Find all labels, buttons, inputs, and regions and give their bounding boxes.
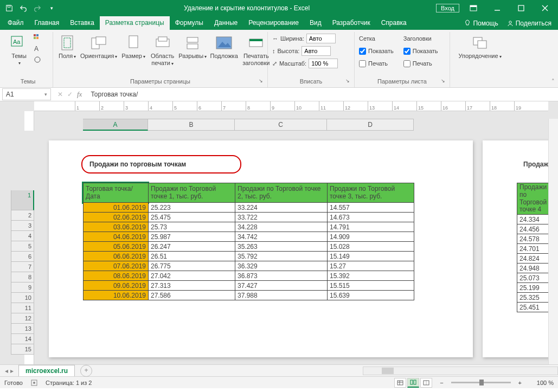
col-header-B[interactable]: B — [148, 119, 235, 131]
page-layout-view-button[interactable] — [407, 378, 419, 388]
undo-icon[interactable] — [17, 2, 29, 14]
table-row[interactable]: 10.06.201927.58637.98815.639 — [84, 291, 414, 300]
row-header-7[interactable]: 7 — [11, 262, 34, 272]
data-table[interactable]: Торговая точка/ ДатаПродажи по Торговой … — [83, 183, 414, 300]
share-button[interactable]: Поделиться — [503, 17, 556, 30]
row-header-13[interactable]: 13 — [11, 324, 34, 334]
tab-page-layout[interactable]: Разметка страницы — [100, 16, 170, 30]
height-input[interactable] — [302, 46, 331, 56]
table-header[interactable]: Продажи по Торговой точке 2, тыс. руб. — [235, 183, 328, 203]
orientation-button[interactable]: Ориентация▾ — [80, 33, 117, 61]
breaks-button[interactable]: Разрывы▾ — [178, 33, 207, 61]
minimize-icon[interactable] — [488, 0, 507, 16]
enter-icon[interactable]: ✓ — [67, 91, 73, 98]
row-header-10[interactable]: 10 — [11, 293, 34, 303]
tab-help[interactable]: Справка — [376, 16, 412, 30]
print-titles-button[interactable]: Печатать заголовки — [241, 33, 271, 67]
svg-text:Aa: Aa — [13, 38, 21, 45]
fonts-icon[interactable]: A — [34, 45, 42, 53]
maximize-icon[interactable] — [511, 0, 531, 16]
redo-icon[interactable] — [31, 2, 43, 14]
col-header-A[interactable]: A — [83, 119, 148, 131]
page-header-text[interactable]: Продажи по торговым точкам — [89, 160, 186, 168]
page-break-view-button[interactable] — [420, 378, 432, 388]
zoom-level[interactable]: 100 % — [529, 380, 554, 386]
table-row[interactable]: 05.06.201926.24735.26315.028 — [84, 242, 414, 252]
dialog-launcher-icon[interactable]: ↘ — [258, 78, 264, 85]
close-icon[interactable] — [535, 0, 555, 16]
row-header-5[interactable]: 5 — [11, 241, 34, 252]
fx-icon[interactable]: fx — [77, 90, 82, 99]
table-row[interactable]: 08.06.201927.04236.87315.392 — [84, 271, 414, 281]
row-header-4[interactable]: 4 — [11, 231, 34, 241]
background-button[interactable]: Подложка — [210, 33, 238, 61]
table-row[interactable]: 01.06.201925.22333.22414.557 — [84, 203, 414, 213]
normal-view-button[interactable] — [394, 378, 406, 388]
gridlines-show-checkbox[interactable] — [359, 48, 366, 55]
col-header-C[interactable]: C — [235, 119, 327, 131]
table-row[interactable]: 03.06.201925.7334.22814.791 — [84, 222, 414, 232]
tab-view[interactable]: Вид — [304, 16, 327, 30]
print-area-button[interactable]: Область печати▾ — [150, 33, 175, 67]
tab-insert[interactable]: Вставка — [65, 16, 100, 30]
margins-button[interactable]: Поля▾ — [57, 33, 77, 61]
headings-show-checkbox[interactable] — [403, 48, 411, 55]
tab-review[interactable]: Рецензирование — [243, 16, 304, 30]
macro-record-icon[interactable] — [30, 379, 38, 387]
zoom-in-button[interactable]: + — [518, 380, 522, 386]
row-header-2[interactable]: 2 — [11, 210, 34, 221]
tab-home[interactable]: Главная — [29, 16, 65, 30]
sheet-nav[interactable]: ◂ ▸ — [0, 367, 18, 375]
zoom-out-button[interactable]: − — [440, 380, 443, 386]
table-header[interactable]: Торговая точка/ Дата — [84, 183, 149, 203]
table-row[interactable]: 02.06.201925.47533.72214.673 — [84, 213, 414, 222]
effects-icon[interactable] — [34, 56, 42, 63]
cancel-icon[interactable]: ✕ — [57, 91, 63, 98]
table-header[interactable]: Продажи по Торговой точке 3, тыс. руб. — [328, 183, 414, 203]
themes-button[interactable]: Aa Темы▾ — [8, 33, 30, 67]
tab-file[interactable]: Файл — [2, 16, 29, 30]
dialog-launcher-icon[interactable]: ↘ — [440, 78, 446, 85]
collapse-ribbon-icon[interactable]: ˄ — [551, 78, 555, 85]
table-row[interactable]: 09.06.201927.31337.42715.515 — [84, 281, 414, 291]
row-header-14[interactable]: 14 — [11, 334, 34, 344]
signin-button[interactable]: Вход — [436, 4, 459, 12]
row-header-3[interactable]: 3 — [11, 221, 34, 231]
ribbon-display-icon[interactable] — [464, 0, 483, 16]
tell-me[interactable]: Помощь — [460, 17, 502, 30]
table-header[interactable]: Продажи по Торговой точке 1, тыс. руб. — [149, 183, 235, 203]
table-row[interactable]: 07.06.201926.77536.32915.27 — [84, 261, 414, 271]
dialog-launcher-icon[interactable]: ↘ — [344, 78, 351, 85]
horizontal-scrollbar[interactable] — [363, 367, 558, 375]
row-header-11[interactable]: 11 — [11, 303, 34, 313]
formula-input[interactable]: Торговая точка/ — [86, 89, 558, 99]
table-row[interactable]: 06.06.201926.5135.79215.149 — [84, 252, 414, 261]
col-header-D[interactable]: D — [327, 119, 414, 131]
arrange-button[interactable]: Упорядочение▾ — [456, 33, 504, 61]
data-table-2[interactable]: Продажи по Торговой точке 424.33424.4562… — [517, 183, 553, 312]
horizontal-ruler[interactable]: 12345678910111213141516171819 — [34, 101, 548, 111]
row-header-12[interactable]: 12 — [11, 313, 34, 324]
qat-customize-icon[interactable]: ▾ — [46, 2, 57, 14]
headings-print-checkbox[interactable] — [403, 60, 411, 67]
size-button[interactable]: Размер▾ — [120, 33, 146, 61]
zoom-slider[interactable] — [451, 382, 511, 383]
vertical-scrollbar[interactable] — [548, 119, 558, 364]
scale-input[interactable] — [309, 59, 338, 68]
name-box[interactable]: A1▾ — [2, 88, 51, 100]
add-sheet-button[interactable]: + — [80, 365, 92, 377]
tab-formulas[interactable]: Формулы — [170, 16, 209, 30]
width-input[interactable] — [306, 34, 336, 43]
row-header-8[interactable]: 8 — [11, 272, 34, 282]
tab-developer[interactable]: Разработчик — [327, 16, 376, 30]
sheet-tab[interactable]: microexcel.ru — [18, 365, 75, 376]
save-icon[interactable] — [3, 2, 15, 14]
table-row[interactable]: 04.06.201925.98734.74214.909 — [84, 232, 414, 242]
tab-data[interactable]: Данные — [209, 16, 243, 30]
colors-icon[interactable] — [34, 34, 42, 42]
row-header-6[interactable]: 6 — [11, 252, 34, 262]
row-header-1[interactable]: 1 — [11, 190, 34, 210]
gridlines-print-checkbox[interactable] — [359, 60, 366, 67]
row-header-15[interactable]: 15 — [11, 344, 34, 355]
row-header-9[interactable]: 9 — [11, 282, 34, 293]
